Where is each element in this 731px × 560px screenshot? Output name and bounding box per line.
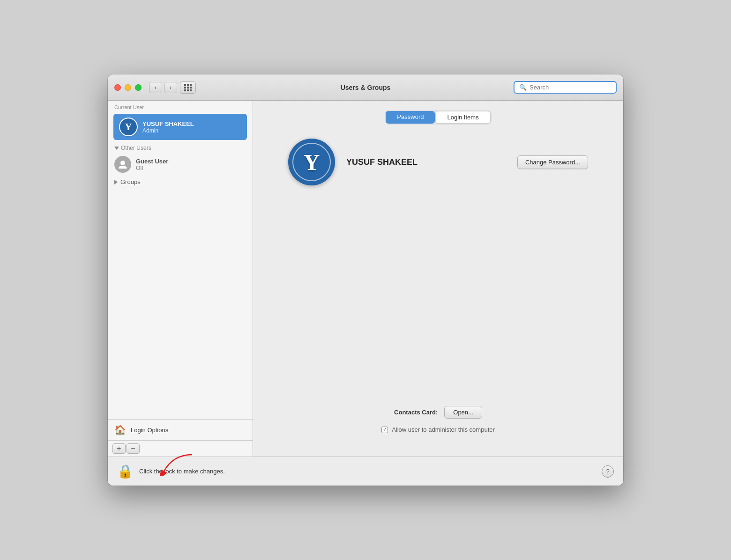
groups-label: Groups [120, 178, 141, 185]
main-window: ‹ › Users & Groups 🔍 Current User [108, 74, 623, 486]
window-title: Users & Groups [341, 84, 391, 91]
maximize-button[interactable] [135, 84, 142, 91]
profile-avatar: Y [288, 139, 335, 185]
nav-buttons: ‹ › [149, 82, 177, 93]
forward-button[interactable]: › [164, 82, 177, 93]
sidebar: Current User Y YUSUF SHAKEEL Admin [108, 101, 253, 457]
traffic-lights [114, 84, 142, 91]
minimize-button[interactable] [125, 84, 131, 91]
help-button[interactable]: ? [602, 465, 614, 478]
tab-login-items[interactable]: Login Items [435, 111, 490, 124]
main-panel: Password Login Items Y YUSUF SHAKEEL Cha… [253, 101, 623, 457]
tab-password[interactable]: Password [386, 111, 435, 124]
other-users-triangle [114, 147, 119, 150]
current-user-header: Current User [108, 101, 253, 112]
sidebar-bottom: 🏠 Login Options + − [108, 419, 253, 457]
profile-username: YUSUF SHAKEEL [346, 157, 506, 167]
login-options-item[interactable]: 🏠 Login Options [108, 420, 253, 441]
change-password-button[interactable]: Change Password... [517, 155, 588, 169]
avatar-inner-ring: Y [292, 143, 331, 181]
back-button[interactable]: ‹ [149, 82, 162, 93]
add-remove-bar: + − [108, 441, 253, 457]
search-input[interactable] [530, 84, 611, 91]
admin-checkbox-row: ✓ Allow user to administer this computer [381, 426, 495, 433]
house-icon: 🏠 [114, 424, 126, 435]
other-users-section[interactable]: Other Users [108, 142, 253, 153]
lock-icon[interactable]: 🔒 [117, 464, 134, 479]
search-icon: 🔍 [519, 84, 527, 91]
login-options-label: Login Options [131, 427, 168, 434]
lock-text: Click the lock to make changes. [139, 468, 225, 475]
profile-section: Y YUSUF SHAKEEL Change Password... [288, 139, 588, 185]
search-box[interactable]: 🔍 [514, 81, 617, 94]
guest-user-status: Off [136, 165, 168, 171]
guest-avatar [114, 156, 131, 173]
admin-checkbox[interactable]: ✓ [381, 427, 388, 433]
tabs: Password Login Items [385, 110, 491, 125]
grid-icon [184, 84, 192, 91]
admin-checkbox-label: Allow user to administer this computer [392, 426, 495, 433]
grid-button[interactable] [180, 81, 196, 94]
current-user-role: Admin [142, 127, 194, 134]
titlebar: ‹ › Users & Groups 🔍 [108, 74, 623, 101]
guest-user-info: Guest User Off [136, 158, 168, 171]
add-user-button[interactable]: + [112, 443, 126, 454]
bottom-bar: 🔒 Click the lock to make changes. ? [108, 457, 623, 486]
current-user-avatar: Y [119, 118, 138, 136]
current-user-info: YUSUF SHAKEEL Admin [142, 120, 194, 134]
guest-user-name: Guest User [136, 158, 168, 165]
sidebar-item-guest[interactable]: Guest User Off [108, 153, 253, 176]
contacts-section: Contacts Card: Open... [394, 406, 482, 419]
open-contacts-button[interactable]: Open... [444, 406, 482, 419]
sidebar-item-current-user[interactable]: Y YUSUF SHAKEEL Admin [113, 114, 247, 140]
sidebar-item-groups[interactable]: Groups [108, 176, 253, 188]
contacts-card-label: Contacts Card: [394, 409, 438, 416]
content-area: Current User Y YUSUF SHAKEEL Admin [108, 101, 623, 457]
current-user-name: YUSUF SHAKEEL [142, 120, 194, 127]
other-users-label: Other Users [121, 145, 151, 151]
avatar-letter: Y [125, 121, 132, 133]
sidebar-list: Current User Y YUSUF SHAKEEL Admin [108, 101, 253, 419]
close-button[interactable] [114, 84, 121, 91]
remove-user-button[interactable]: − [127, 443, 140, 454]
profile-avatar-letter: Y [304, 149, 320, 175]
groups-triangle [114, 180, 118, 184]
svg-point-0 [120, 161, 125, 165]
